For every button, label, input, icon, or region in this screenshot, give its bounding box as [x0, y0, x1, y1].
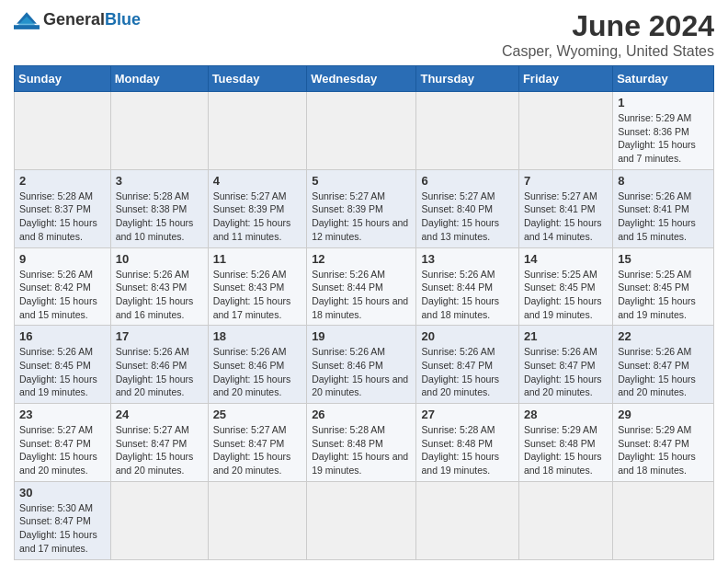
- day-header-wednesday: Wednesday: [307, 66, 416, 92]
- calendar-cell: 16Sunrise: 5:26 AMSunset: 8:45 PMDayligh…: [15, 326, 111, 404]
- date-number: 22: [618, 329, 709, 343]
- calendar-cell: 19Sunrise: 5:26 AMSunset: 8:46 PMDayligh…: [307, 326, 416, 404]
- date-number: 16: [19, 329, 106, 343]
- cell-info: Sunrise: 5:26 AMSunset: 8:45 PMDaylight:…: [19, 345, 106, 399]
- date-number: 3: [116, 174, 203, 188]
- calendar-cell: 15Sunrise: 5:25 AMSunset: 8:45 PMDayligh…: [613, 247, 714, 326]
- date-number: 28: [524, 408, 608, 421]
- calendar-cell: 22Sunrise: 5:26 AMSunset: 8:47 PMDayligh…: [613, 326, 714, 404]
- calendar-cell: 11Sunrise: 5:26 AMSunset: 8:43 PMDayligh…: [208, 247, 307, 326]
- calendar-cell: [208, 481, 307, 559]
- cell-info: Sunrise: 5:26 AMSunset: 8:47 PMDaylight:…: [618, 345, 709, 399]
- cell-info: Sunrise: 5:28 AMSunset: 8:37 PMDaylight:…: [19, 190, 106, 244]
- date-number: 27: [421, 408, 513, 421]
- day-header-thursday: Thursday: [416, 66, 518, 92]
- calendar-cell: [307, 92, 416, 170]
- calendar-cell: 24Sunrise: 5:27 AMSunset: 8:47 PMDayligh…: [110, 404, 208, 482]
- logo: GeneralBlue: [14, 9, 141, 29]
- date-number: 2: [19, 174, 106, 188]
- date-number: 24: [116, 408, 203, 421]
- date-number: 21: [524, 329, 608, 343]
- calendar-cell: 12Sunrise: 5:26 AMSunset: 8:44 PMDayligh…: [307, 247, 416, 326]
- cell-info: Sunrise: 5:27 AMSunset: 8:47 PMDaylight:…: [19, 423, 106, 477]
- svg-rect-2: [14, 25, 40, 29]
- cell-info: Sunrise: 5:26 AMSunset: 8:44 PMDaylight:…: [312, 268, 411, 322]
- cell-info: Sunrise: 5:26 AMSunset: 8:47 PMDaylight:…: [524, 345, 608, 399]
- calendar-cell: [416, 92, 518, 170]
- cell-info: Sunrise: 5:27 AMSunset: 8:41 PMDaylight:…: [524, 190, 608, 244]
- title-block: June 2024 Casper, Wyoming, United States: [502, 9, 714, 60]
- calendar-week-row: 1Sunrise: 5:29 AMSunset: 8:36 PMDaylight…: [15, 92, 714, 170]
- calendar-cell: 7Sunrise: 5:27 AMSunset: 8:41 PMDaylight…: [518, 169, 612, 247]
- day-header-tuesday: Tuesday: [208, 66, 307, 92]
- date-number: 25: [213, 408, 302, 421]
- calendar-cell: 9Sunrise: 5:26 AMSunset: 8:42 PMDaylight…: [15, 247, 111, 326]
- calendar-cell: [15, 92, 111, 170]
- calendar-cell: 29Sunrise: 5:29 AMSunset: 8:47 PMDayligh…: [613, 404, 714, 482]
- cell-info: Sunrise: 5:27 AMSunset: 8:47 PMDaylight:…: [213, 423, 302, 477]
- calendar-cell: 23Sunrise: 5:27 AMSunset: 8:47 PMDayligh…: [15, 404, 111, 482]
- subtitle: Casper, Wyoming, United States: [502, 43, 714, 60]
- date-number: 26: [312, 408, 411, 421]
- calendar-cell: 3Sunrise: 5:28 AMSunset: 8:38 PMDaylight…: [110, 169, 208, 247]
- cell-info: Sunrise: 5:30 AMSunset: 8:47 PMDaylight:…: [19, 501, 106, 556]
- date-number: 29: [618, 408, 709, 421]
- date-number: 17: [116, 329, 203, 343]
- cell-info: Sunrise: 5:26 AMSunset: 8:42 PMDaylight:…: [19, 268, 106, 322]
- date-number: 18: [213, 329, 302, 343]
- calendar-cell: 14Sunrise: 5:25 AMSunset: 8:45 PMDayligh…: [518, 247, 612, 326]
- cell-info: Sunrise: 5:27 AMSunset: 8:40 PMDaylight:…: [421, 190, 513, 244]
- calendar-cell: [110, 92, 208, 170]
- calendar-cell: [307, 481, 416, 559]
- date-number: 19: [312, 329, 411, 343]
- calendar-table: SundayMondayTuesdayWednesdayThursdayFrid…: [14, 65, 714, 560]
- calendar-cell: 5Sunrise: 5:27 AMSunset: 8:39 PMDaylight…: [307, 169, 416, 247]
- cell-info: Sunrise: 5:27 AMSunset: 8:47 PMDaylight:…: [116, 423, 203, 477]
- calendar-cell: 27Sunrise: 5:28 AMSunset: 8:48 PMDayligh…: [416, 404, 518, 482]
- date-number: 20: [421, 329, 513, 343]
- calendar-cell: 1Sunrise: 5:29 AMSunset: 8:36 PMDaylight…: [613, 92, 714, 170]
- cell-info: Sunrise: 5:26 AMSunset: 8:41 PMDaylight:…: [618, 190, 709, 244]
- day-header-saturday: Saturday: [613, 66, 714, 92]
- calendar-week-row: 16Sunrise: 5:26 AMSunset: 8:45 PMDayligh…: [15, 326, 714, 404]
- cell-info: Sunrise: 5:29 AMSunset: 8:47 PMDaylight:…: [618, 423, 709, 477]
- day-header-friday: Friday: [518, 66, 612, 92]
- cell-info: Sunrise: 5:26 AMSunset: 8:47 PMDaylight:…: [421, 345, 513, 399]
- cell-info: Sunrise: 5:27 AMSunset: 8:39 PMDaylight:…: [312, 190, 411, 244]
- logo-text-blue: Blue: [105, 10, 141, 29]
- cell-info: Sunrise: 5:25 AMSunset: 8:45 PMDaylight:…: [524, 268, 608, 322]
- cell-info: Sunrise: 5:25 AMSunset: 8:45 PMDaylight:…: [618, 268, 709, 322]
- cell-info: Sunrise: 5:28 AMSunset: 8:48 PMDaylight:…: [312, 423, 411, 477]
- date-number: 1: [618, 96, 709, 109]
- date-number: 4: [213, 174, 302, 188]
- main-title: June 2024: [502, 9, 714, 43]
- calendar-cell: 10Sunrise: 5:26 AMSunset: 8:43 PMDayligh…: [110, 247, 208, 326]
- day-header-monday: Monday: [110, 66, 208, 92]
- calendar-cell: 4Sunrise: 5:27 AMSunset: 8:39 PMDaylight…: [208, 169, 307, 247]
- calendar-cell: [518, 481, 612, 559]
- calendar-cell: 30Sunrise: 5:30 AMSunset: 8:47 PMDayligh…: [15, 481, 111, 559]
- calendar-cell: [518, 92, 612, 170]
- date-number: 6: [421, 174, 513, 188]
- logo-text-general: General: [43, 10, 105, 29]
- date-number: 15: [618, 252, 709, 266]
- calendar-header-row: SundayMondayTuesdayWednesdayThursdayFrid…: [15, 66, 714, 92]
- calendar-cell: 26Sunrise: 5:28 AMSunset: 8:48 PMDayligh…: [307, 404, 416, 482]
- date-number: 10: [116, 252, 203, 266]
- calendar-cell: 13Sunrise: 5:26 AMSunset: 8:44 PMDayligh…: [416, 247, 518, 326]
- date-number: 14: [524, 252, 608, 266]
- cell-info: Sunrise: 5:26 AMSunset: 8:46 PMDaylight:…: [116, 345, 203, 399]
- cell-info: Sunrise: 5:26 AMSunset: 8:43 PMDaylight:…: [213, 268, 302, 322]
- cell-info: Sunrise: 5:28 AMSunset: 8:48 PMDaylight:…: [421, 423, 513, 477]
- calendar-cell: 2Sunrise: 5:28 AMSunset: 8:37 PMDaylight…: [15, 169, 111, 247]
- calendar-cell: 20Sunrise: 5:26 AMSunset: 8:47 PMDayligh…: [416, 326, 518, 404]
- calendar-cell: 28Sunrise: 5:29 AMSunset: 8:48 PMDayligh…: [518, 404, 612, 482]
- date-number: 13: [421, 252, 513, 266]
- date-number: 8: [618, 174, 709, 188]
- calendar-body: 1Sunrise: 5:29 AMSunset: 8:36 PMDaylight…: [15, 92, 714, 560]
- cell-info: Sunrise: 5:26 AMSunset: 8:44 PMDaylight:…: [421, 268, 513, 322]
- date-number: 7: [524, 174, 608, 188]
- calendar-cell: 21Sunrise: 5:26 AMSunset: 8:47 PMDayligh…: [518, 326, 612, 404]
- day-header-sunday: Sunday: [15, 66, 111, 92]
- calendar-cell: 25Sunrise: 5:27 AMSunset: 8:47 PMDayligh…: [208, 404, 307, 482]
